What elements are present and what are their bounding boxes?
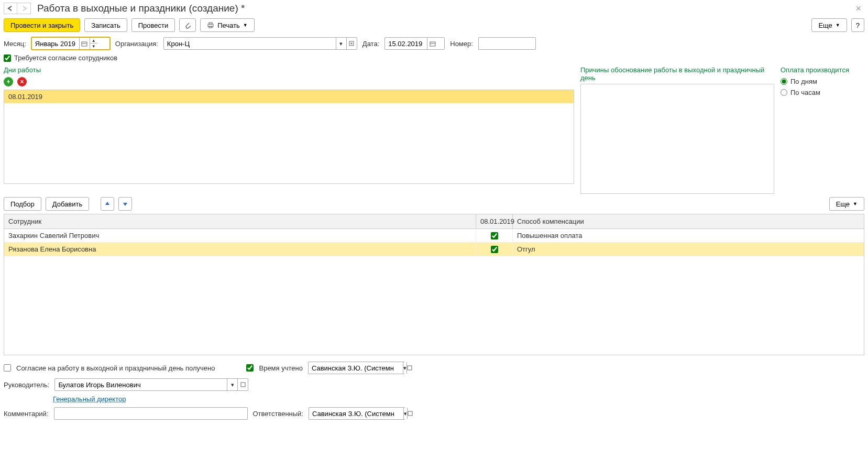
employees-more-button[interactable]: Еще ▼ (829, 197, 864, 211)
printer-icon (207, 22, 214, 28)
time-accounted-checkbox[interactable] (246, 364, 254, 372)
main-toolbar: Провести и закрыть Записать Провести Печ… (2, 15, 866, 35)
days-toolbar: + × (4, 76, 574, 90)
cell-date (476, 229, 513, 242)
manager-dropdown[interactable]: ▾ (227, 379, 237, 390)
reasons-section-label: Причины обоснование работы в выходной и … (580, 65, 774, 84)
consent-received-checkbox[interactable] (4, 364, 11, 372)
col-employee-header[interactable]: Сотрудник (4, 214, 476, 228)
svg-rect-9 (241, 383, 245, 387)
window-header: Работа в выходные и праздники (создание)… (2, 2, 866, 15)
reasons-textarea[interactable] (580, 84, 774, 194)
more-button[interactable]: Еще ▼ (811, 18, 847, 32)
window-title: Работа в выходные и праздники (создание)… (37, 3, 852, 14)
move-down-button[interactable] (118, 197, 132, 211)
employees-grid: Сотрудник 08.01.2019 Способ компенсации … (4, 214, 864, 355)
consent-received-label: Согласие на работу в выходной и празднич… (16, 364, 215, 372)
form-row-main: Месяц: ▲ ▼ Организация: ▾ Дата: Номер: (2, 35, 866, 52)
manager-open[interactable] (237, 379, 248, 390)
date-label: Дата: (362, 40, 379, 48)
time-user-group: ▾ (308, 362, 405, 374)
grid-body[interactable]: Захаркин Савелий Петрович Повышенная опл… (4, 229, 864, 355)
col-comp-header[interactable]: Способ компенсации (513, 214, 864, 228)
time-user-input[interactable] (309, 362, 403, 374)
month-calendar-button[interactable] (79, 38, 90, 49)
date-calendar-button[interactable] (427, 38, 437, 49)
caret-down-icon: ▼ (836, 23, 840, 28)
month-label: Месяц: (4, 40, 26, 48)
pay-hours-label: По часам (790, 89, 820, 96)
time-user-dropdown[interactable]: ▾ (403, 362, 406, 374)
col-date-header[interactable]: 08.01.2019 (476, 214, 513, 228)
table-row[interactable]: Захаркин Савелий Петрович Повышенная опл… (4, 229, 864, 243)
save-button[interactable]: Записать (84, 18, 127, 32)
back-button[interactable] (4, 3, 17, 14)
open-icon (407, 365, 412, 370)
footer: Согласие на работу в выходной и празднич… (2, 355, 866, 424)
svg-rect-1 (209, 23, 212, 24)
org-input-group: ▾ (163, 37, 357, 50)
help-button[interactable]: ? (851, 18, 864, 32)
org-dropdown-button[interactable]: ▾ (336, 38, 346, 49)
consent-checkbox[interactable] (4, 54, 11, 62)
print-label: Печать (217, 21, 240, 29)
arrow-left-icon (7, 6, 14, 11)
manager-input[interactable] (55, 379, 227, 390)
post-close-button[interactable]: Провести и закрыть (4, 18, 80, 32)
number-input[interactable] (479, 38, 535, 49)
more-label: Еще (836, 200, 850, 208)
select-button[interactable]: Подбор (4, 197, 41, 211)
month-input[interactable] (32, 38, 79, 49)
employees-toolbar: Подбор Добавить Еще ▼ (2, 194, 866, 214)
responsible-open[interactable] (407, 408, 413, 419)
spinner-down-icon[interactable]: ▼ (90, 43, 97, 49)
comment-label: Комментарий: (4, 410, 49, 418)
date-checkbox[interactable] (491, 232, 498, 239)
forward-button[interactable] (17, 3, 31, 14)
svg-rect-8 (408, 366, 412, 370)
pay-hours-radio[interactable] (781, 89, 787, 96)
days-list[interactable]: 08.01.2019 (4, 90, 574, 184)
open-icon (240, 382, 246, 387)
post-button[interactable]: Провести (131, 18, 175, 32)
spinner-up-icon[interactable]: ▲ (90, 38, 97, 43)
print-button[interactable]: Печать ▼ (200, 18, 255, 32)
month-spinner[interactable]: ▲ ▼ (90, 38, 97, 49)
open-icon (349, 41, 354, 46)
manager-group: ▾ (54, 378, 248, 391)
arrow-down-icon (122, 201, 128, 207)
comment-input[interactable] (54, 408, 247, 419)
close-button[interactable]: × (852, 3, 864, 14)
attach-button[interactable] (179, 18, 196, 32)
svg-rect-6 (430, 42, 435, 46)
pay-days-radio[interactable] (781, 78, 787, 85)
org-input[interactable] (164, 38, 336, 49)
cell-comp: Отгул (513, 243, 864, 256)
time-accounted-label: Время учтено (259, 364, 302, 372)
move-up-button[interactable] (101, 197, 114, 211)
pay-section-label: Оплата производится (781, 65, 864, 76)
date-checkbox[interactable] (491, 246, 498, 253)
time-user-open[interactable] (406, 362, 412, 374)
responsible-input[interactable] (309, 408, 403, 419)
table-row[interactable]: Рязанова Елена Борисовна Отгул (4, 243, 864, 256)
list-item[interactable]: 08.01.2019 (4, 90, 574, 103)
svg-rect-3 (82, 42, 87, 46)
paperclip-icon (184, 21, 191, 29)
add-button[interactable]: Добавить (46, 197, 89, 211)
add-day-button[interactable]: + (4, 77, 13, 86)
responsible-dropdown[interactable]: ▾ (403, 408, 407, 419)
delete-day-button[interactable]: × (17, 77, 27, 86)
manager-position-link[interactable]: Генеральный директор (53, 395, 126, 403)
org-label: Организация: (115, 40, 158, 48)
org-open-button[interactable] (346, 38, 357, 49)
cell-employee: Захаркин Савелий Петрович (4, 229, 476, 242)
number-input-group (478, 37, 536, 50)
date-input-group (384, 37, 445, 50)
arrow-right-icon (21, 6, 27, 11)
caret-down-icon: ▼ (243, 23, 248, 28)
open-icon (408, 411, 413, 416)
date-input[interactable] (385, 38, 427, 49)
pay-days-label: По дням (790, 78, 817, 85)
responsible-label: Ответственный: (253, 410, 303, 418)
